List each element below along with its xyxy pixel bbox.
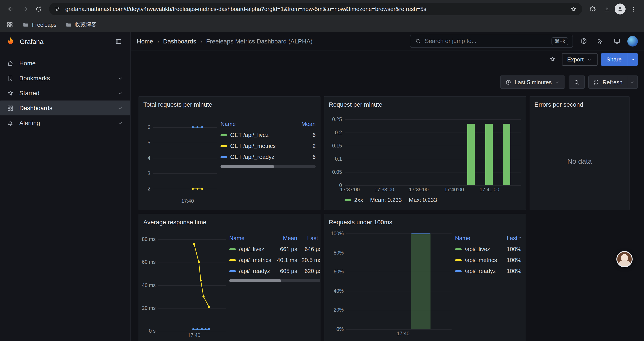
panel-title[interactable]: Average response time	[143, 217, 316, 227]
chart-plot[interactable]	[346, 233, 452, 329]
reload-button[interactable]	[32, 3, 45, 15]
help-button[interactable]	[577, 35, 590, 47]
legend-name[interactable]: /api/_livez	[465, 246, 490, 252]
legend-name[interactable]: GET /api/_metrics	[230, 143, 276, 149]
legend-scrollbar-thumb[interactable]	[229, 279, 281, 282]
panel-errors-per-second: Errors per second No data	[530, 96, 630, 210]
clock-icon	[505, 79, 512, 85]
extensions-puzzle-icon	[589, 6, 596, 13]
legend-header-last[interactable]: Last *	[297, 235, 320, 241]
main-area: Home › Dashboards › Freeleaps Metrics Da…	[131, 32, 644, 341]
profile-button[interactable]	[615, 4, 626, 15]
star-icon	[6, 89, 14, 97]
legend-header-name[interactable]: Name	[220, 121, 296, 127]
legend-value: 605 µs	[273, 268, 297, 274]
download-button[interactable]	[600, 3, 613, 15]
panel-title[interactable]: Errors per second	[534, 99, 625, 110]
forward-button[interactable]	[18, 3, 31, 15]
chart-plot[interactable]	[153, 119, 217, 197]
legend-name[interactable]: /api/_metrics	[465, 257, 497, 263]
folder-icon	[65, 22, 72, 28]
legend-scrollbar[interactable]	[220, 165, 316, 168]
news-button[interactable]	[594, 35, 606, 47]
chart-plot[interactable]	[344, 119, 521, 185]
legend-row: /api/_livez 661 µs 646 µs	[229, 244, 320, 254]
extensions-button[interactable]	[586, 3, 599, 15]
legend-value: 661 µs	[273, 246, 297, 252]
panel-title[interactable]: Requests under 100ms	[329, 217, 521, 227]
bookmark-item-blogs[interactable]: 收藏博客	[65, 21, 97, 29]
refresh-interval-button[interactable]	[627, 76, 638, 88]
apps-grid-icon[interactable]	[6, 21, 14, 29]
legend-value: 6	[296, 132, 316, 138]
favorite-star-button[interactable]	[546, 53, 558, 65]
chevron-down-icon	[630, 79, 635, 85]
legend-value: 6	[296, 154, 316, 160]
zoom-out-button[interactable]	[569, 76, 585, 89]
chevron-down-icon[interactable]	[117, 120, 124, 126]
legend-color-chip	[220, 134, 227, 136]
dock-panel-icon	[115, 38, 122, 45]
legend-name[interactable]: /api/_readyz	[239, 268, 270, 274]
chart-plot[interactable]	[158, 233, 226, 331]
breadcrumb-dashboards[interactable]: Dashboards	[163, 38, 196, 45]
sidebar-item-bookmarks[interactable]: Bookmarks	[0, 71, 130, 86]
no-data-text: No data	[534, 110, 625, 207]
export-button[interactable]: Export	[562, 53, 598, 66]
browser-toolbar: grafana.mathmast.com/d/deytv4rwavabkb/fr…	[0, 0, 644, 18]
arrow-left-icon	[7, 5, 14, 13]
grafana-app: Grafana Home Bookmarks Starred	[0, 32, 644, 341]
breadcrumb-home[interactable]: Home	[137, 38, 153, 45]
legend-scrollbar[interactable]	[229, 279, 320, 282]
search-input[interactable]	[425, 38, 548, 44]
bookmark-star-icon[interactable]	[570, 6, 577, 13]
time-range-button[interactable]: Last 5 minutes	[500, 76, 565, 89]
legend-header-last[interactable]: Last *	[502, 235, 521, 241]
legend-name[interactable]: 2xx	[354, 197, 363, 203]
legend-color-chip	[220, 145, 227, 147]
bookmark-item-freeleaps[interactable]: Freeleaps	[22, 22, 56, 28]
panel-title[interactable]: Total requests per minute	[143, 99, 316, 110]
legend-header-mean[interactable]: Mean	[296, 121, 316, 127]
legend-header-name[interactable]: Name	[455, 235, 502, 241]
legend-name[interactable]: /api/_livez	[239, 246, 264, 252]
refresh-button[interactable]: Refresh	[589, 76, 627, 88]
sidebar-item-starred[interactable]: Starred	[0, 86, 130, 101]
legend-name[interactable]: GET /api/_livez	[230, 132, 269, 138]
legend-name[interactable]: GET /api/_readyz	[230, 154, 274, 160]
menu-button[interactable]	[627, 3, 640, 15]
legend-name[interactable]: /api/_metrics	[239, 257, 271, 263]
sidebar-item-dashboards[interactable]: Dashboards	[0, 101, 130, 115]
star-icon	[549, 56, 556, 63]
share-chevron-button[interactable]	[627, 53, 638, 66]
legend-row: GET /api/_readyz 6	[220, 151, 316, 162]
grafana-logo[interactable]	[6, 37, 15, 46]
panel-legend: Name Mean Last * /api/_livez 661 µs 646 …	[229, 233, 320, 341]
kiosk-button[interactable]	[611, 35, 623, 47]
legend-max: Max: 0.233	[409, 197, 437, 203]
legend-name[interactable]: /api/_readyz	[465, 268, 496, 274]
legend-header-name[interactable]: Name	[229, 235, 273, 241]
panel-request-per-minute: Request per minute 0.250.20.150.10.050 1…	[324, 96, 526, 210]
chevron-down-icon[interactable]	[117, 105, 124, 111]
assistant-avatar[interactable]	[616, 251, 632, 267]
dashboards-grid-icon	[6, 104, 14, 112]
share-button[interactable]: Share	[601, 53, 627, 66]
chevron-down-icon[interactable]	[117, 90, 124, 96]
sidebar-item-home[interactable]: Home	[0, 56, 130, 71]
user-avatar[interactable]	[627, 36, 638, 46]
bookmark-label: Freeleaps	[32, 22, 56, 28]
omnibox[interactable]: grafana.mathmast.com/d/deytv4rwavabkb/fr…	[49, 3, 582, 15]
download-icon	[603, 5, 610, 13]
site-settings-icon[interactable]	[54, 6, 61, 12]
sidebar-collapse-button[interactable]	[112, 35, 124, 47]
back-button[interactable]	[4, 3, 17, 15]
search-box[interactable]: ⌘+k	[410, 35, 573, 48]
legend-scrollbar-thumb[interactable]	[220, 165, 274, 168]
sidebar-item-alerting[interactable]: Alerting	[0, 115, 130, 130]
legend-color-chip	[455, 248, 462, 250]
legend-header-mean[interactable]: Mean	[273, 235, 297, 241]
url-text[interactable]: grafana.mathmast.com/d/deytv4rwavabkb/fr…	[65, 6, 566, 12]
chevron-down-icon[interactable]	[117, 75, 124, 81]
panel-title[interactable]: Request per minute	[329, 99, 521, 110]
